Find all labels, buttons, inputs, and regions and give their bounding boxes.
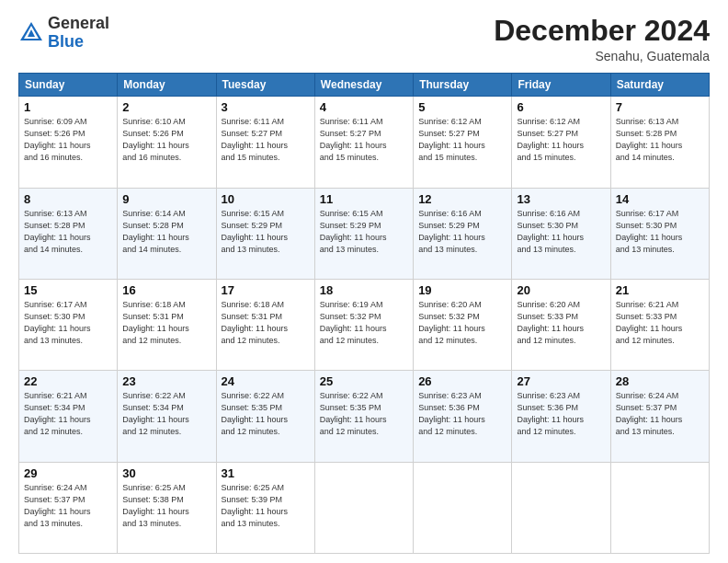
calendar-cell: 5Sunrise: 6:12 AM Sunset: 5:27 PM Daylig… bbox=[414, 97, 512, 188]
calendar-cell: 28Sunrise: 6:24 AM Sunset: 5:37 PM Dayli… bbox=[610, 371, 709, 462]
calendar-cell: 17Sunrise: 6:18 AM Sunset: 5:31 PM Dayli… bbox=[216, 279, 314, 370]
day-number: 30 bbox=[122, 466, 210, 480]
calendar-cell: 16Sunrise: 6:18 AM Sunset: 5:31 PM Dayli… bbox=[118, 279, 216, 370]
day-info: Sunrise: 6:16 AM Sunset: 5:30 PM Dayligh… bbox=[517, 208, 605, 256]
day-info: Sunrise: 6:23 AM Sunset: 5:36 PM Dayligh… bbox=[418, 390, 506, 438]
day-info: Sunrise: 6:22 AM Sunset: 5:35 PM Dayligh… bbox=[320, 390, 408, 438]
day-number: 17 bbox=[222, 283, 310, 297]
day-info: Sunrise: 6:20 AM Sunset: 5:32 PM Dayligh… bbox=[418, 299, 506, 347]
weekday-header: Friday bbox=[512, 74, 610, 97]
calendar-body: 1Sunrise: 6:09 AM Sunset: 5:26 PM Daylig… bbox=[19, 97, 710, 554]
day-info: Sunrise: 6:11 AM Sunset: 5:27 PM Dayligh… bbox=[222, 116, 310, 164]
weekday-header: Monday bbox=[118, 74, 216, 97]
month-title: December 2024 bbox=[494, 15, 710, 47]
day-number: 2 bbox=[122, 100, 210, 114]
day-number: 4 bbox=[320, 100, 408, 114]
day-info: Sunrise: 6:25 AM Sunset: 5:38 PM Dayligh… bbox=[122, 482, 210, 530]
day-number: 16 bbox=[122, 283, 210, 297]
day-info: Sunrise: 6:15 AM Sunset: 5:29 PM Dayligh… bbox=[222, 208, 310, 256]
calendar-cell: 18Sunrise: 6:19 AM Sunset: 5:32 PM Dayli… bbox=[314, 279, 413, 370]
day-info: Sunrise: 6:24 AM Sunset: 5:37 PM Dayligh… bbox=[616, 390, 704, 438]
weekday-header: Thursday bbox=[414, 74, 512, 97]
day-number: 8 bbox=[24, 192, 112, 206]
day-number: 11 bbox=[320, 192, 408, 206]
calendar-header: SundayMondayTuesdayWednesdayThursdayFrid… bbox=[19, 74, 710, 97]
day-info: Sunrise: 6:18 AM Sunset: 5:31 PM Dayligh… bbox=[122, 299, 210, 347]
logo: General Blue bbox=[18, 15, 109, 52]
calendar: SundayMondayTuesdayWednesdayThursdayFrid… bbox=[18, 73, 710, 554]
calendar-cell: 31Sunrise: 6:25 AM Sunset: 5:39 PM Dayli… bbox=[216, 462, 314, 553]
day-number: 10 bbox=[222, 192, 310, 206]
weekday-header: Sunday bbox=[19, 74, 118, 97]
calendar-cell: 9Sunrise: 6:14 AM Sunset: 5:28 PM Daylig… bbox=[118, 188, 216, 279]
day-number: 9 bbox=[122, 192, 210, 206]
calendar-week-row: 8Sunrise: 6:13 AM Sunset: 5:28 PM Daylig… bbox=[19, 188, 710, 279]
calendar-cell: 23Sunrise: 6:22 AM Sunset: 5:34 PM Dayli… bbox=[118, 371, 216, 462]
day-number: 15 bbox=[24, 283, 112, 297]
day-number: 1 bbox=[24, 100, 112, 114]
day-number: 24 bbox=[222, 374, 310, 388]
day-number: 6 bbox=[517, 100, 605, 114]
calendar-cell: 1Sunrise: 6:09 AM Sunset: 5:26 PM Daylig… bbox=[19, 97, 118, 188]
day-number: 14 bbox=[616, 192, 704, 206]
calendar-cell: 22Sunrise: 6:21 AM Sunset: 5:34 PM Dayli… bbox=[19, 371, 118, 462]
calendar-table: SundayMondayTuesdayWednesdayThursdayFrid… bbox=[18, 73, 710, 554]
day-info: Sunrise: 6:13 AM Sunset: 5:28 PM Dayligh… bbox=[24, 208, 112, 256]
calendar-cell: 19Sunrise: 6:20 AM Sunset: 5:32 PM Dayli… bbox=[414, 279, 512, 370]
day-info: Sunrise: 6:18 AM Sunset: 5:31 PM Dayligh… bbox=[222, 299, 310, 347]
calendar-week-row: 29Sunrise: 6:24 AM Sunset: 5:37 PM Dayli… bbox=[19, 462, 710, 553]
location: Senahu, Guatemala bbox=[494, 49, 710, 63]
calendar-week-row: 22Sunrise: 6:21 AM Sunset: 5:34 PM Dayli… bbox=[19, 371, 710, 462]
day-number: 18 bbox=[320, 283, 408, 297]
day-info: Sunrise: 6:21 AM Sunset: 5:34 PM Dayligh… bbox=[24, 390, 112, 438]
day-number: 3 bbox=[222, 100, 310, 114]
calendar-cell: 26Sunrise: 6:23 AM Sunset: 5:36 PM Dayli… bbox=[414, 371, 512, 462]
day-info: Sunrise: 6:20 AM Sunset: 5:33 PM Dayligh… bbox=[517, 299, 605, 347]
calendar-cell bbox=[414, 462, 512, 553]
calendar-cell: 8Sunrise: 6:13 AM Sunset: 5:28 PM Daylig… bbox=[19, 188, 118, 279]
day-info: Sunrise: 6:12 AM Sunset: 5:27 PM Dayligh… bbox=[517, 116, 605, 164]
calendar-week-row: 15Sunrise: 6:17 AM Sunset: 5:30 PM Dayli… bbox=[19, 279, 710, 370]
calendar-cell: 15Sunrise: 6:17 AM Sunset: 5:30 PM Dayli… bbox=[19, 279, 118, 370]
header: General Blue December 2024 Senahu, Guate… bbox=[18, 15, 710, 63]
day-number: 7 bbox=[616, 100, 704, 114]
calendar-cell: 30Sunrise: 6:25 AM Sunset: 5:38 PM Dayli… bbox=[118, 462, 216, 553]
calendar-cell: 3Sunrise: 6:11 AM Sunset: 5:27 PM Daylig… bbox=[216, 97, 314, 188]
day-info: Sunrise: 6:24 AM Sunset: 5:37 PM Dayligh… bbox=[24, 482, 112, 530]
weekday-row: SundayMondayTuesdayWednesdayThursdayFrid… bbox=[19, 74, 710, 97]
day-info: Sunrise: 6:11 AM Sunset: 5:27 PM Dayligh… bbox=[320, 116, 408, 164]
calendar-cell: 10Sunrise: 6:15 AM Sunset: 5:29 PM Dayli… bbox=[216, 188, 314, 279]
day-info: Sunrise: 6:09 AM Sunset: 5:26 PM Dayligh… bbox=[24, 116, 112, 164]
calendar-cell: 14Sunrise: 6:17 AM Sunset: 5:30 PM Dayli… bbox=[610, 188, 709, 279]
logo-blue-text: Blue bbox=[48, 32, 84, 51]
day-number: 27 bbox=[517, 374, 605, 388]
day-number: 13 bbox=[517, 192, 605, 206]
day-number: 31 bbox=[222, 466, 310, 480]
day-info: Sunrise: 6:25 AM Sunset: 5:39 PM Dayligh… bbox=[222, 482, 310, 530]
calendar-cell: 4Sunrise: 6:11 AM Sunset: 5:27 PM Daylig… bbox=[314, 97, 413, 188]
calendar-cell: 24Sunrise: 6:22 AM Sunset: 5:35 PM Dayli… bbox=[216, 371, 314, 462]
weekday-header: Saturday bbox=[610, 74, 709, 97]
calendar-cell bbox=[314, 462, 413, 553]
day-number: 28 bbox=[616, 374, 704, 388]
day-info: Sunrise: 6:23 AM Sunset: 5:36 PM Dayligh… bbox=[517, 390, 605, 438]
calendar-cell bbox=[610, 462, 709, 553]
logo-icon bbox=[18, 20, 44, 46]
page: General Blue December 2024 Senahu, Guate… bbox=[0, 0, 728, 563]
calendar-cell: 13Sunrise: 6:16 AM Sunset: 5:30 PM Dayli… bbox=[512, 188, 610, 279]
calendar-cell: 6Sunrise: 6:12 AM Sunset: 5:27 PM Daylig… bbox=[512, 97, 610, 188]
calendar-cell: 25Sunrise: 6:22 AM Sunset: 5:35 PM Dayli… bbox=[314, 371, 413, 462]
title-block: December 2024 Senahu, Guatemala bbox=[494, 15, 710, 63]
calendar-week-row: 1Sunrise: 6:09 AM Sunset: 5:26 PM Daylig… bbox=[19, 97, 710, 188]
calendar-cell: 29Sunrise: 6:24 AM Sunset: 5:37 PM Dayli… bbox=[19, 462, 118, 553]
day-number: 22 bbox=[24, 374, 112, 388]
calendar-cell: 11Sunrise: 6:15 AM Sunset: 5:29 PM Dayli… bbox=[314, 188, 413, 279]
weekday-header: Wednesday bbox=[314, 74, 413, 97]
day-number: 23 bbox=[122, 374, 210, 388]
day-number: 26 bbox=[418, 374, 506, 388]
day-number: 12 bbox=[418, 192, 506, 206]
day-number: 29 bbox=[24, 466, 112, 480]
day-info: Sunrise: 6:22 AM Sunset: 5:34 PM Dayligh… bbox=[122, 390, 210, 438]
calendar-cell: 21Sunrise: 6:21 AM Sunset: 5:33 PM Dayli… bbox=[610, 279, 709, 370]
day-info: Sunrise: 6:16 AM Sunset: 5:29 PM Dayligh… bbox=[418, 208, 506, 256]
